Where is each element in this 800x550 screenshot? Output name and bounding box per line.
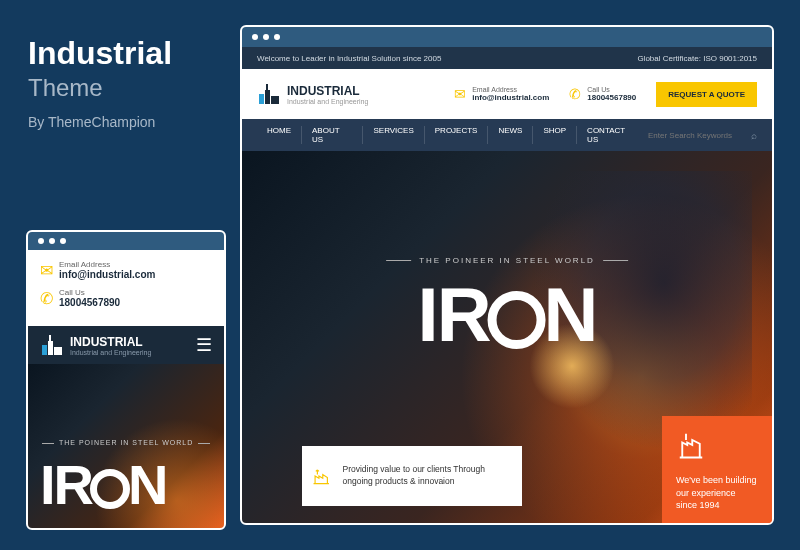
logo-icon <box>257 82 281 106</box>
nav-news[interactable]: NEWS <box>488 126 533 144</box>
phone-value: 18004567890 <box>59 297 120 308</box>
window-dot <box>49 238 55 244</box>
phone-contact[interactable]: ✆ Call Us 18004567890 <box>569 86 636 102</box>
window-dot <box>252 34 258 40</box>
phone-icon: ✆ <box>40 289 53 308</box>
desktop-preview: Welcome to Leader in Industrial Solution… <box>240 25 774 525</box>
hero-headline: IRN <box>40 452 166 517</box>
nav-shop[interactable]: SHOP <box>533 126 577 144</box>
mobile-preview: ✉ Email Address info@industrial.com ✆ Ca… <box>26 230 226 530</box>
brand-name: INDUSTRIAL <box>70 335 151 349</box>
brand-tagline: Industrial and Engineering <box>287 98 368 105</box>
window-dot <box>263 34 269 40</box>
window-dot <box>274 34 280 40</box>
email-label: Email Address <box>472 86 549 93</box>
search-box: ⌕ <box>648 130 757 141</box>
browser-chrome <box>28 232 224 250</box>
hero-pre: IR <box>40 453 92 516</box>
window-dot <box>38 238 44 244</box>
search-input[interactable] <box>648 131 743 140</box>
logo-block[interactable]: INDUSTRIAL Industrial and Engineering <box>40 333 151 357</box>
topbar-welcome: Welcome to Leader in Industrial Solution… <box>257 54 441 63</box>
brand-name: INDUSTRIAL <box>287 84 368 98</box>
promo-author: By ThemeChampion <box>28 114 172 130</box>
hero-tagline: THE POINEER IN STEEL WORLD <box>42 439 215 446</box>
topbar-certificate: Global Certificate: ISO 9001:2015 <box>637 54 757 63</box>
phone-contact[interactable]: ✆ Call Us 18004567890 <box>40 288 212 308</box>
hero-post: N <box>128 453 166 516</box>
nav-contact[interactable]: CONTACT US <box>577 126 648 144</box>
email-value: info@industrial.com <box>472 93 549 102</box>
search-icon[interactable]: ⌕ <box>751 130 757 141</box>
svg-rect-4 <box>42 345 47 355</box>
hero-headline: IRN <box>418 271 597 358</box>
svg-rect-2 <box>271 96 279 104</box>
email-value: info@industrial.com <box>59 269 155 280</box>
mobile-hero: THE POINEER IN STEEL WORLD IRN <box>28 364 224 530</box>
top-bar: Welcome to Leader in Industrial Solution… <box>242 47 772 69</box>
browser-chrome <box>242 27 772 47</box>
promo-block: Industrial Theme By ThemeChampion <box>28 35 172 130</box>
site-header: INDUSTRIAL Industrial and Engineering ✉ … <box>242 69 772 119</box>
mobile-nav: INDUSTRIAL Industrial and Engineering ☰ <box>28 326 224 364</box>
hero-post: N <box>544 272 597 357</box>
hamburger-icon[interactable]: ☰ <box>196 334 212 356</box>
svg-rect-0 <box>259 94 264 104</box>
email-contact[interactable]: ✉ Email Address info@industrial.com <box>454 86 549 102</box>
window-dot <box>60 238 66 244</box>
hero-pre: IR <box>418 272 490 357</box>
logo-icon <box>40 333 64 357</box>
email-contact[interactable]: ✉ Email Address info@industrial.com <box>40 260 212 280</box>
hero-tagline: THE POINEER IN STEEL WORLD <box>378 256 636 265</box>
value-text: Providing value to our clients Through o… <box>342 464 512 488</box>
promo-subtitle: Theme <box>28 74 172 102</box>
phone-icon: ✆ <box>569 86 581 102</box>
svg-rect-5 <box>48 341 53 355</box>
value-card: Providing value to our clients Through o… <box>302 446 522 506</box>
envelope-icon: ✉ <box>454 86 466 102</box>
svg-rect-1 <box>265 90 270 104</box>
svg-rect-3 <box>266 84 268 90</box>
request-quote-button[interactable]: REQUEST A QUOTE <box>656 82 757 107</box>
logo-block[interactable]: INDUSTRIAL Industrial and Engineering <box>257 82 368 106</box>
phone-label: Call Us <box>59 288 120 297</box>
hero-circle-o <box>488 291 546 349</box>
svg-rect-7 <box>49 335 51 341</box>
experience-card: We've been building our experience since… <box>662 416 772 525</box>
building-icon <box>676 430 706 460</box>
envelope-icon: ✉ <box>40 261 53 280</box>
phone-label: Call Us <box>587 86 636 93</box>
nav-items: HOME ABOUT US SERVICES PROJECTS NEWS SHO… <box>257 126 648 144</box>
mobile-contacts: ✉ Email Address info@industrial.com ✆ Ca… <box>28 250 224 326</box>
nav-about[interactable]: ABOUT US <box>302 126 363 144</box>
brand-tagline: Industrial and Engineering <box>70 349 151 356</box>
email-label: Email Address <box>59 260 155 269</box>
factory-icon <box>312 462 330 490</box>
nav-home[interactable]: HOME <box>257 126 302 144</box>
phone-value: 18004567890 <box>587 93 636 102</box>
main-nav: HOME ABOUT US SERVICES PROJECTS NEWS SHO… <box>242 119 772 151</box>
experience-text: We've been building our experience since… <box>676 474 758 512</box>
nav-projects[interactable]: PROJECTS <box>425 126 489 144</box>
hero-circle-o <box>90 469 130 509</box>
promo-title: Industrial <box>28 35 172 72</box>
svg-rect-6 <box>54 347 62 355</box>
hero-section: THE POINEER IN STEEL WORLD IRN Providing… <box>242 151 772 525</box>
nav-services[interactable]: SERVICES <box>363 126 424 144</box>
